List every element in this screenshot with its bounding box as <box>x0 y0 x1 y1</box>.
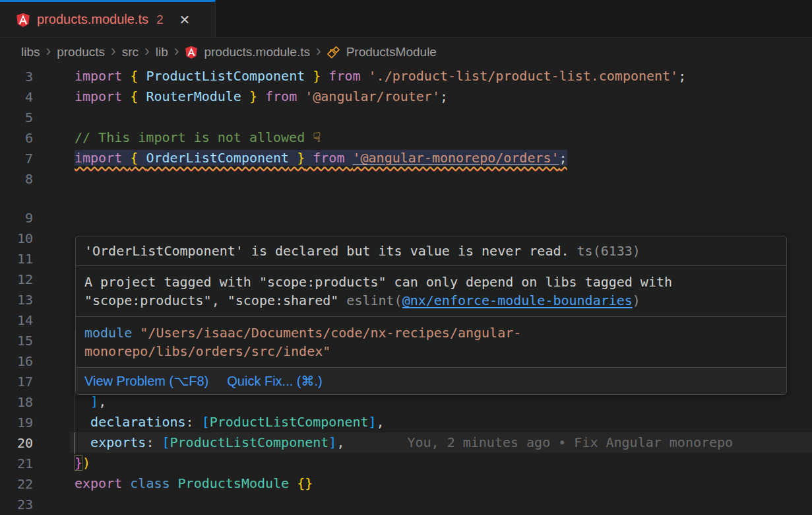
line-number[interactable]: 15 <box>0 333 33 349</box>
code-line-8[interactable]: 8 <box>0 168 812 189</box>
code-token: ProductListComponent <box>210 414 369 430</box>
code-token: from <box>257 88 305 104</box>
code-token: export <box>75 475 130 491</box>
breadcrumb-libs[interactable]: libs <box>21 45 40 59</box>
close-icon[interactable]: ✕ <box>179 12 191 28</box>
breadcrumb-src[interactable]: src <box>122 45 139 59</box>
tab-bar: products.module.ts 2 ✕ <box>0 0 812 38</box>
warning-squiggle: import { OrderListComponent } from '@ang… <box>75 150 567 166</box>
code-token: ] <box>328 434 336 450</box>
code-token: from <box>305 150 352 166</box>
git-blame-annotation: You, 2 minutes ago • Fix Angular monorep… <box>407 434 733 450</box>
line-number[interactable]: 9 <box>0 210 33 226</box>
code-line-4[interactable]: 4import { RouterModule } from '@angular/… <box>0 86 812 107</box>
quick-fix-action[interactable]: Quick Fix... (⌘.) <box>227 373 322 389</box>
line-number[interactable]: 23 <box>0 497 33 512</box>
line-number[interactable]: 21 <box>0 456 33 471</box>
code-line-22[interactable]: 22export class ProductsModule {} <box>0 473 812 494</box>
code-line-3[interactable]: 3import { ProductListComponent } from '.… <box>0 66 812 86</box>
hover-status-bar: View Problem (⌥F8)Quick Fix... (⌘.) <box>76 368 786 394</box>
breadcrumb-file[interactable]: products.module.ts <box>204 45 310 59</box>
line-number[interactable]: 11 <box>0 251 33 267</box>
line-number[interactable]: 12 <box>0 271 33 287</box>
line-number[interactable]: 4 <box>0 89 33 105</box>
code-line-21[interactable]: 21}) <box>0 453 812 473</box>
line-number[interactable]: 10 <box>0 230 33 246</box>
code-token: class <box>130 475 177 491</box>
line-number[interactable]: 5 <box>0 110 33 125</box>
code-text: import { RouterModule } from '@angular/r… <box>75 86 448 107</box>
code-line-7[interactable]: 7import { OrderListComponent } from '@an… <box>0 148 812 168</box>
code-token: '@angular/router' <box>305 88 440 104</box>
error-highlight: import { OrderListComponent } from '@ang… <box>75 150 567 166</box>
code-token: ) <box>82 455 90 471</box>
code-token: OrderListComponent <box>146 150 289 166</box>
breadcrumb-products[interactable]: products <box>57 45 105 59</box>
tab-products-module[interactable]: products.module.ts 2 ✕ <box>0 0 216 37</box>
code-token: import <box>75 88 130 104</box>
line-number[interactable]: 3 <box>0 69 33 85</box>
chevron-right-icon: › <box>144 44 150 61</box>
tab-problem-count: 2 <box>156 13 164 27</box>
code-token: ] <box>90 394 98 409</box>
editor-spacer <box>0 189 812 207</box>
line-number[interactable]: 20 <box>0 435 33 451</box>
code-token: declarations <box>90 414 186 430</box>
code-token <box>75 414 90 430</box>
line-number[interactable]: 19 <box>0 415 33 430</box>
line-number[interactable]: 7 <box>0 151 33 166</box>
line-number[interactable]: 6 <box>0 130 33 146</box>
code-token: ProductsModule <box>178 475 290 491</box>
code-token: import <box>75 150 130 166</box>
code-token: ; <box>559 150 567 166</box>
line-number[interactable]: 17 <box>0 374 33 390</box>
code-token: , <box>98 394 106 409</box>
code-token: // This import is not allowed <box>75 129 313 145</box>
code-token: from <box>321 68 368 84</box>
code-token: import <box>75 68 130 84</box>
breadcrumb-symbol[interactable]: ProductsModule <box>346 45 437 59</box>
code-token: './product-list/product-list.component' <box>369 68 679 84</box>
hover-text: ts(6133) <box>569 243 640 259</box>
line-number[interactable]: 22 <box>0 476 33 492</box>
hover-text: module <box>84 325 140 341</box>
line-number[interactable]: 16 <box>0 353 33 369</box>
code-token: [ <box>202 414 210 430</box>
code-line-9[interactable]: 9 <box>0 207 812 228</box>
line-number[interactable]: 18 <box>0 394 33 410</box>
code-text: export class ProductsModule {} <box>75 473 313 494</box>
code-token: RouterModule <box>146 88 241 104</box>
code-editor: 3import { ProductListComponent } from '.… <box>0 66 812 515</box>
chevron-right-icon: › <box>46 44 51 61</box>
code-token: , <box>377 414 385 430</box>
code-line-5[interactable]: 5 <box>0 107 812 127</box>
module-path-message: module "/Users/isaac/Documents/code/nx-r… <box>76 317 786 368</box>
code-line-20[interactable]: 20 exports: [ProductListComponent],You, … <box>0 432 812 453</box>
code-token: [ <box>162 434 170 450</box>
hover-text: "/Users/isaac/Documents/code/nx-recipes/… <box>84 325 521 359</box>
code-token: ProductListComponent <box>170 434 329 450</box>
hover-widget: 'OrderListComponent' is declared but its… <box>75 236 787 395</box>
tab-title: products.module.ts <box>37 12 148 27</box>
line-number[interactable]: 13 <box>0 292 33 308</box>
breadcrumb-lib[interactable]: lib <box>156 45 168 59</box>
code-token: : <box>186 414 202 430</box>
code-line-23[interactable]: 23 <box>0 494 812 514</box>
code-token: ] <box>369 414 377 430</box>
hover-text: ) <box>633 292 640 308</box>
code-line-19[interactable]: 19 declarations: [ProductListComponent], <box>0 412 812 432</box>
code-token: { <box>130 88 146 104</box>
line-number[interactable]: 14 <box>0 312 33 328</box>
eslint-rule-link[interactable]: @nx/enforce-module-boundaries <box>402 292 633 308</box>
line-number[interactable]: 8 <box>0 171 33 187</box>
breadcrumb: libs › products › src › lib › products.m… <box>0 38 812 66</box>
view-problem-action[interactable]: View Problem (⌥F8) <box>84 373 208 389</box>
code-text: exports: [ProductListComponent],You, 2 m… <box>75 432 733 453</box>
hover-text: eslint( <box>346 292 402 308</box>
code-text: import { ProductListComponent } from './… <box>75 66 686 86</box>
code-token: exports <box>90 434 146 450</box>
code-line-6[interactable]: 6// This import is not allowed ☟ <box>0 127 812 148</box>
module-link[interactable]: '@angular-monorepo/orders' <box>352 150 559 166</box>
chevron-right-icon: › <box>316 44 321 61</box>
angular-file-icon <box>185 46 198 59</box>
